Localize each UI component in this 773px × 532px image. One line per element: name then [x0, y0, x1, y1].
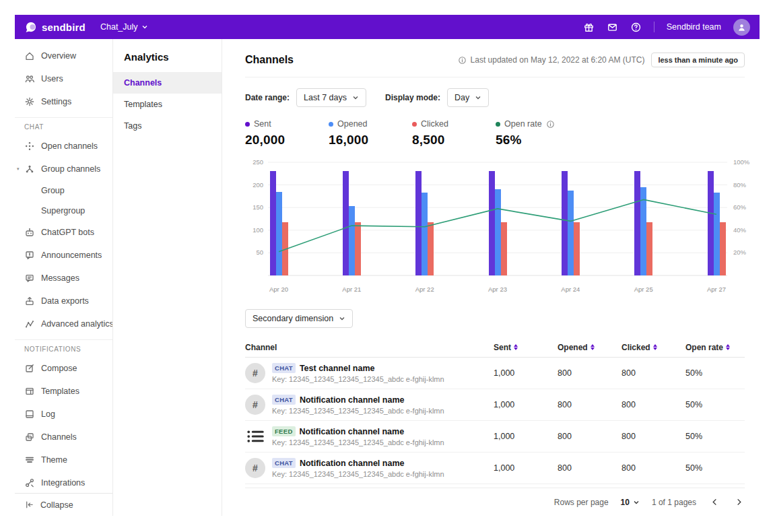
sidebar-item-advanced-analytics[interactable]: Advanced analytics	[15, 312, 112, 335]
svg-text:200: 200	[253, 181, 263, 189]
primary-sidebar: OverviewUsersSettingsCHATOpen channels▾G…	[15, 39, 113, 516]
channel-name: Notification channel name	[300, 459, 405, 468]
channel-name: Test channel name	[300, 364, 375, 373]
channel-key: Key: 12345_12345_12345_12345_abdc e-fghi…	[272, 438, 444, 446]
application-selector[interactable]: Chat_July	[100, 22, 148, 32]
column-header-sent[interactable]: Sent	[494, 343, 558, 352]
sidebar-item-compose[interactable]: Compose	[15, 357, 112, 380]
sidebar-section-label-chat: CHAT	[15, 117, 112, 133]
sidebar-item-overview[interactable]: Overview	[15, 44, 112, 67]
topbar-divider	[654, 22, 654, 32]
feed-channel-icon	[245, 426, 265, 446]
sidebar-item-settings[interactable]: Settings	[15, 90, 112, 113]
sendbird-logo[interactable]: sendbird	[24, 21, 86, 34]
channel-cell: FEEDNotification channel nameKey: 12345_…	[245, 426, 494, 446]
sidebar-subitem-supergroup[interactable]: Supergroup	[15, 201, 112, 221]
cell-opened: 800	[558, 368, 621, 378]
cell-clicked: 800	[621, 368, 685, 378]
analytics-nav-templates[interactable]: Templates	[113, 94, 222, 115]
previous-page-button[interactable]	[708, 496, 720, 508]
table-row[interactable]: #CHATNotification channel nameKey: 12345…	[245, 389, 745, 421]
channels-icon	[24, 432, 35, 442]
help-icon[interactable]	[630, 22, 642, 33]
mail-icon[interactable]	[607, 22, 618, 33]
column-header-opened[interactable]: Opened	[558, 343, 621, 352]
sidebar-item-integrations[interactable]: Integrations	[15, 471, 112, 493]
channel-key: Key: 12345_12345_12345_12345_abdc e-fghi…	[272, 375, 444, 383]
channel-info: CHATNotification channel nameKey: 12345_…	[272, 458, 444, 478]
sidebar-item-data-exports[interactable]: Data exports	[15, 290, 112, 312]
sidebar-subitem-group[interactable]: Group	[15, 180, 112, 201]
sort-icon[interactable]	[653, 344, 657, 350]
user-avatar[interactable]	[733, 19, 750, 36]
sort-icon[interactable]	[726, 344, 730, 350]
table-row[interactable]: FEEDNotification channel nameKey: 12345_…	[245, 421, 745, 453]
metric-label-row: Sent	[245, 119, 294, 129]
sidebar-item-templates[interactable]: Templates	[15, 380, 112, 403]
analytics-nav-tags[interactable]: Tags	[113, 115, 222, 137]
group-channels-icon	[24, 164, 35, 174]
sidebar-collapse-button[interactable]: Collapse	[15, 493, 112, 516]
gear-icon	[24, 96, 35, 107]
sort-icon[interactable]	[591, 344, 595, 350]
info-icon[interactable]	[546, 120, 555, 129]
refresh-button[interactable]: less than a minute ago	[651, 53, 745, 67]
announcement-icon	[24, 250, 35, 261]
gift-icon[interactable]	[583, 22, 595, 33]
hash-channel-icon: #	[245, 395, 265, 415]
column-header-open-rate[interactable]: Open rate	[685, 343, 745, 352]
integrations-icon	[24, 477, 35, 488]
brand-name: sendbird	[42, 22, 86, 33]
secondary-dimension-select[interactable]: Secondary dimension	[245, 309, 353, 328]
sidebar-item-label: Advanced analytics	[41, 319, 112, 329]
display-mode-select[interactable]: Day	[447, 88, 489, 107]
message-icon	[24, 273, 35, 284]
table-row[interactable]: #CHATTest channel nameKey: 12345_12345_1…	[245, 358, 745, 389]
legend-dot-icon	[496, 122, 500, 127]
last-updated-text: Last updated on May 12, 2022 at 6:20 AM …	[458, 55, 645, 65]
sidebar-item-messages[interactable]: Messages	[15, 267, 112, 290]
sidebar-item-channels[interactable]: Channels	[15, 426, 112, 448]
channel-name: Notification channel name	[300, 395, 405, 405]
channel-cell: #CHATNotification channel nameKey: 12345…	[245, 395, 494, 415]
sidebar-item-chatgpt-bots[interactable]: ChatGPT bots	[15, 221, 112, 244]
caret-down-icon[interactable]: ▾	[17, 166, 20, 172]
metric-sent: Sent20,000	[245, 119, 294, 147]
next-page-button[interactable]	[733, 496, 745, 508]
svg-text:Apr 25: Apr 25	[634, 286, 653, 293]
channel-cell: #CHATNotification channel nameKey: 12345…	[245, 458, 494, 478]
theme-icon	[24, 455, 35, 465]
svg-text:250: 250	[253, 158, 263, 166]
analytics-nav-channels[interactable]: Channels	[113, 72, 222, 94]
table-header-row: ChannelSentOpenedClickedOpen rate	[245, 337, 745, 358]
sidebar-item-theme[interactable]: Theme	[15, 448, 112, 471]
chevron-down-icon	[339, 315, 345, 322]
column-header-clicked[interactable]: Clicked	[621, 343, 685, 352]
cell-clicked: 800	[621, 400, 685, 409]
metric-summary: Sent20,000Opened16,000Clicked8,500Open r…	[245, 119, 757, 147]
legend-dot-icon	[245, 122, 250, 127]
rows-per-page-select[interactable]: 10	[621, 498, 640, 507]
column-header-label: Open rate	[685, 343, 723, 352]
date-range-select[interactable]: Last 7 days	[296, 88, 366, 107]
sidebar-item-label: Overview	[41, 51, 76, 61]
sidebar-item-group-channels[interactable]: ▾Group channels	[15, 158, 112, 180]
cell-sent: 1,000	[494, 432, 558, 441]
sidebar-item-label: Data exports	[41, 296, 89, 306]
channel-info: FEEDNotification channel nameKey: 12345_…	[272, 426, 444, 446]
channels-chart: 5020%10040%15060%20080%250100%Apr 20Apr …	[245, 154, 757, 298]
secondary-dimension-label: Secondary dimension	[253, 314, 333, 323]
sidebar-item-log[interactable]: Log	[15, 403, 112, 426]
export-icon	[24, 296, 35, 306]
table-row[interactable]: #CHATNotification channel nameKey: 12345…	[245, 453, 745, 484]
sidebar-item-label: Channels	[41, 432, 77, 442]
sidebar-item-announcements[interactable]: Announcements	[15, 244, 112, 267]
svg-text:Apr 23: Apr 23	[488, 286, 507, 293]
sort-icon[interactable]	[514, 344, 518, 350]
sidebar-item-users[interactable]: Users	[15, 67, 112, 90]
metric-value: 20,000	[245, 133, 294, 147]
channel-type-badge: CHAT	[272, 458, 296, 468]
channel-name-row: CHATNotification channel name	[272, 458, 444, 468]
sidebar-item-open-channels[interactable]: Open channels	[15, 135, 112, 158]
sidebar-section-label-notifications: NOTIFICATIONS	[15, 339, 112, 356]
